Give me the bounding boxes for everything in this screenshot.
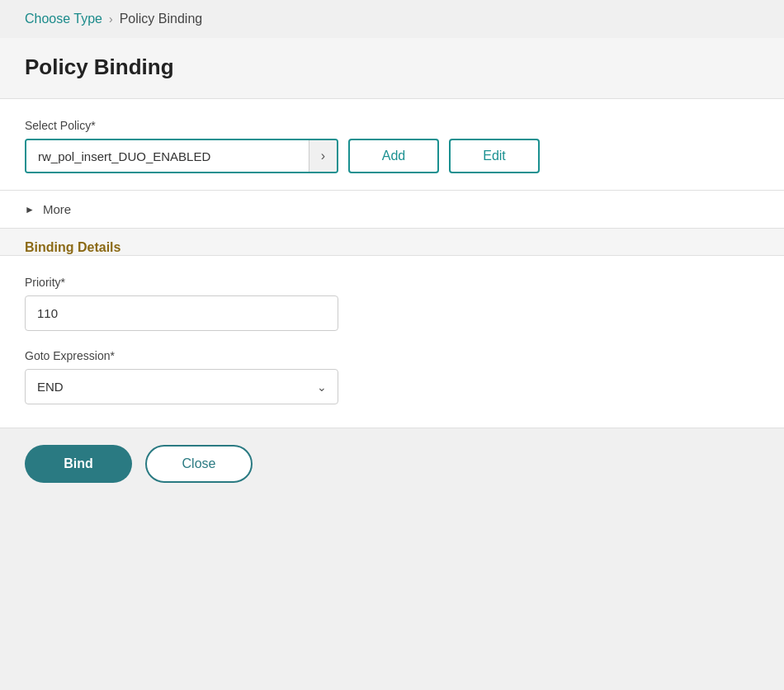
select-policy-label: Select Policy* xyxy=(25,119,759,132)
close-button[interactable]: Close xyxy=(145,445,253,483)
breadcrumb-separator: › xyxy=(109,12,113,26)
more-section[interactable]: ► More xyxy=(0,191,784,229)
breadcrumb: Choose Type › Policy Binding xyxy=(0,0,784,38)
goto-expression-field-group: Goto Expression* END NEXT USE_INVOCATION… xyxy=(25,349,759,404)
goto-expression-label: Goto Expression* xyxy=(25,349,759,362)
fields-section: Priority* Goto Expression* END NEXT USE_… xyxy=(0,256,784,428)
edit-button[interactable]: Edit xyxy=(449,139,540,173)
goto-expression-select[interactable]: END NEXT USE_INVOCATION_RESULT xyxy=(25,369,338,404)
select-policy-row: › Add Edit xyxy=(25,139,759,173)
policy-input[interactable] xyxy=(26,140,309,172)
more-arrow-icon: ► xyxy=(25,204,35,215)
goto-expression-wrapper: END NEXT USE_INVOCATION_RESULT ⌄ xyxy=(25,369,338,404)
bind-button[interactable]: Bind xyxy=(25,445,132,483)
chevron-right-icon: › xyxy=(321,149,325,163)
add-button[interactable]: Add xyxy=(348,139,439,173)
breadcrumb-choose-type[interactable]: Choose Type xyxy=(25,12,102,26)
page-container: Choose Type › Policy Binding Policy Bind… xyxy=(0,0,784,690)
footer-section: Bind Close xyxy=(0,428,784,499)
binding-details-title: Binding Details xyxy=(25,240,120,254)
binding-details-header: Binding Details xyxy=(0,229,784,256)
breadcrumb-current: Policy Binding xyxy=(120,12,203,26)
policy-nav-button[interactable]: › xyxy=(309,140,337,172)
priority-input[interactable] xyxy=(25,295,338,331)
page-title-section: Policy Binding xyxy=(0,38,784,99)
priority-label: Priority* xyxy=(25,276,759,289)
priority-field-group: Priority* xyxy=(25,276,759,331)
policy-input-group: › xyxy=(25,139,338,173)
page-title: Policy Binding xyxy=(25,54,759,80)
more-label: More xyxy=(43,202,71,216)
select-policy-section: Select Policy* › Add Edit xyxy=(0,99,784,191)
